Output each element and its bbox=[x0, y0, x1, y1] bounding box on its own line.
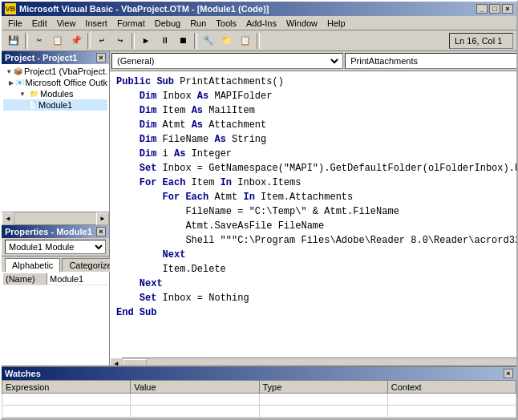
minimize-button[interactable]: _ bbox=[476, 4, 488, 14]
toolbar-save-btn[interactable]: 💾 bbox=[5, 32, 22, 50]
code-line-20: Next bbox=[116, 277, 518, 291]
project-panel-title: Project - Project1 bbox=[5, 53, 77, 63]
tree-scroll-track[interactable] bbox=[14, 212, 96, 224]
code-dropdowns: (General) PrintAttachments bbox=[110, 51, 518, 71]
title-bar-buttons: _ □ × bbox=[476, 4, 513, 14]
procedure-dropdown[interactable]: PrintAttachments bbox=[345, 53, 518, 69]
watches-close[interactable]: × bbox=[504, 369, 513, 378]
toolbar-properties-btn[interactable]: 📋 bbox=[237, 32, 254, 50]
toolbar-reset-btn[interactable]: ⏹ bbox=[174, 32, 192, 50]
code-line-19: Item.Delete bbox=[116, 262, 518, 277]
watches-cell-6 bbox=[131, 406, 259, 418]
props-content: (Name) Module1 bbox=[2, 272, 109, 370]
close-button[interactable]: × bbox=[502, 4, 513, 14]
project-panel-close[interactable]: × bbox=[96, 53, 106, 63]
toolbar-run-btn[interactable]: ▶ bbox=[137, 32, 155, 50]
tree-item-modules[interactable]: ▼ 📁 Modules bbox=[3, 88, 107, 99]
code-main-area: Public Sub PrintAttachments() Dim Inbox … bbox=[110, 71, 518, 357]
code-line-23: End Sub bbox=[116, 305, 518, 320]
expand-icon-project: ▼ bbox=[6, 67, 12, 76]
menu-view[interactable]: View bbox=[52, 16, 81, 30]
title-bar: VB Microsoft Visual Basic - VbaProject.O… bbox=[2, 2, 516, 16]
toolbar-sep-1 bbox=[25, 33, 28, 49]
watches-cell-1 bbox=[2, 394, 131, 406]
tree-scroll-right[interactable]: ▶ bbox=[96, 212, 109, 225]
toolbar-projectexplorer-btn[interactable]: 📁 bbox=[218, 32, 236, 50]
watches-cell-7 bbox=[259, 406, 387, 418]
properties-panel-header: Properties - Module1 × bbox=[2, 225, 109, 238]
toolbar-cut-btn[interactable]: ✂ bbox=[30, 32, 48, 50]
toolbar-redo-btn[interactable]: ↪ bbox=[111, 32, 129, 50]
expand-icon-modules: ▼ bbox=[18, 89, 27, 99]
watches-col-context: Context bbox=[387, 381, 516, 394]
code-line-13: FileName = "C:\Temp\" & Atmt.FileName bbox=[116, 204, 518, 219]
watches-panel: Watches × Expression Value Type Context bbox=[2, 365, 516, 418]
code-line-3: Dim Inbox As MAPIFolder bbox=[116, 89, 518, 103]
tree-scroll-left[interactable]: ◀ bbox=[2, 212, 14, 225]
menu-debug[interactable]: Debug bbox=[150, 16, 185, 30]
tab-alphabetic[interactable]: Alphabetic bbox=[5, 258, 60, 273]
watches-cell-3 bbox=[259, 394, 387, 406]
tree-scroll-area: ◀ ▶ bbox=[2, 212, 109, 225]
toolbar-copy-btn[interactable]: 📋 bbox=[49, 32, 67, 50]
properties-panel: Properties - Module1 × Module1 Module Al… bbox=[2, 225, 109, 370]
menu-help[interactable]: Help bbox=[322, 16, 350, 30]
watches-header-row: Expression Value Type Context bbox=[2, 381, 516, 394]
title-bar-left: VB Microsoft Visual Basic - VbaProject.O… bbox=[5, 3, 269, 14]
project-tree[interactable]: ▼ 📦 Project1 (VbaProject. ▶ 📧 Microsoft … bbox=[2, 64, 109, 212]
watches-title: Watches bbox=[5, 369, 41, 378]
menu-format[interactable]: Format bbox=[112, 16, 150, 30]
toolbar-undo-btn[interactable]: ↩ bbox=[93, 32, 111, 50]
menu-insert[interactable]: Insert bbox=[80, 16, 112, 30]
menu-run[interactable]: Run bbox=[185, 16, 211, 30]
cursor-position: Ln 16, Col 1 bbox=[449, 33, 513, 49]
watches-row-empty2 bbox=[2, 406, 516, 418]
watches-col-type: Type bbox=[259, 381, 387, 394]
title-bar-text: Microsoft Visual Basic - VbaProject.OTM … bbox=[19, 4, 269, 14]
toolbar-sep-3 bbox=[132, 33, 135, 49]
code-line-6: Dim FileName As String bbox=[116, 132, 518, 147]
props-row-name: (Name) Module1 bbox=[3, 273, 107, 285]
properties-panel-close[interactable]: × bbox=[96, 227, 106, 236]
watches-cell-2 bbox=[131, 394, 259, 406]
restore-button[interactable]: □ bbox=[489, 4, 500, 14]
app-icon: VB bbox=[5, 3, 16, 14]
watches-table: Expression Value Type Context bbox=[2, 380, 516, 418]
procedure-select[interactable]: PrintAttachments bbox=[347, 55, 518, 67]
props-module-bar: Module1 Module bbox=[2, 238, 109, 256]
watches-header: Watches × bbox=[2, 367, 516, 380]
properties-panel-title: Properties - Module1 bbox=[5, 227, 92, 236]
main-layout: Project - Project1 × ▼ 📦 Project1 (VbaPr… bbox=[2, 51, 516, 369]
props-module-select[interactable]: Module1 Module bbox=[5, 240, 106, 254]
menu-bar: File Edit View Insert Format Debug Run T… bbox=[2, 16, 516, 30]
code-line-2: Public Sub PrintAttachments() bbox=[116, 75, 518, 89]
toolbar-design-btn[interactable]: 🔧 bbox=[200, 32, 217, 50]
watches-cell-8 bbox=[387, 406, 516, 418]
watches-col-value: Value bbox=[131, 381, 259, 394]
menu-file[interactable]: File bbox=[3, 16, 27, 30]
tree-item-outlook[interactable]: ▶ 📧 Microsoft Office Outk bbox=[3, 77, 107, 88]
app-window: VB Microsoft Visual Basic - VbaProject.O… bbox=[0, 0, 518, 420]
menu-window[interactable]: Window bbox=[281, 16, 322, 30]
code-line-15: Shell """C:\Program Files\Adobe\Reader 8… bbox=[116, 233, 518, 248]
menu-addins[interactable]: Add-Ins bbox=[241, 16, 281, 30]
general-select[interactable]: (General) bbox=[114, 55, 341, 67]
tree-label-modules: Modules bbox=[40, 89, 74, 99]
menu-tools[interactable]: Tools bbox=[211, 16, 241, 30]
tree-item-project[interactable]: ▼ 📦 Project1 (VbaProject. bbox=[3, 66, 107, 77]
watches-row-empty bbox=[2, 394, 516, 406]
toolbar-sep-5 bbox=[257, 33, 260, 49]
tree-item-module1[interactable]: 📄 Module1 bbox=[3, 99, 107, 111]
code-line-14: Atmt.SaveAsFile FileName bbox=[116, 219, 518, 233]
code-line-17: Next bbox=[116, 248, 518, 262]
code-line-11: For Each Item In Inbox.Items bbox=[116, 176, 518, 190]
general-dropdown[interactable]: (General) bbox=[111, 53, 343, 69]
watches-col-expression: Expression bbox=[2, 381, 131, 394]
code-line-4: Dim Item As MailItem bbox=[116, 103, 518, 118]
toolbar-paste-btn[interactable]: 📌 bbox=[67, 32, 85, 50]
menu-edit[interactable]: Edit bbox=[27, 16, 52, 30]
code-line-12: For Each Atmt In Item.Attachments bbox=[116, 190, 518, 204]
code-editor[interactable]: Public Sub PrintAttachments() Dim Inbox … bbox=[110, 71, 518, 357]
toolbar-break-btn[interactable]: ⏸ bbox=[156, 32, 173, 50]
tree-label-outlook: Microsoft Office Outk bbox=[26, 78, 108, 87]
